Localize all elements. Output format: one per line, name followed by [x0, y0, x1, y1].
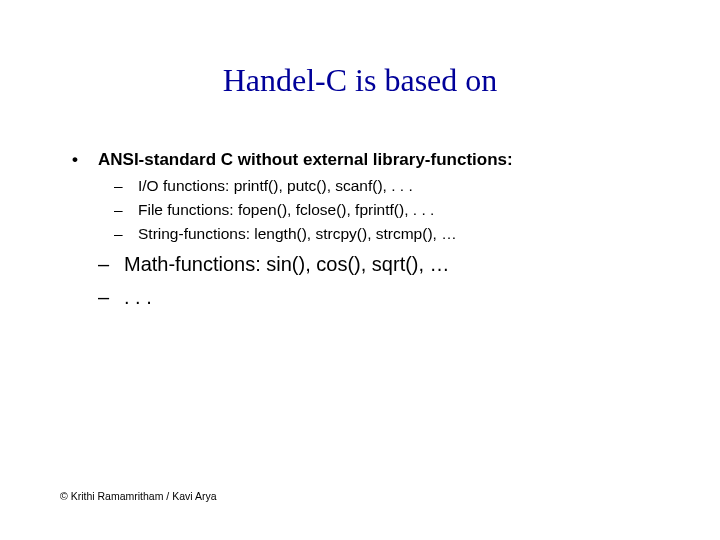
bullet-level2: – String-functions: length(), strcpy(), …: [114, 224, 660, 245]
bullet-level2-large-text: Math-functions: sin(), cos(), sqrt(), …: [124, 251, 450, 278]
dash-icon: –: [114, 200, 138, 221]
bullet-dot-icon: •: [72, 150, 98, 170]
dash-icon: –: [98, 251, 124, 278]
bullet-level2-text: I/O functions: printf(), putc(), scanf()…: [138, 176, 413, 197]
bullet-level2-text: String-functions: length(), strcpy(), st…: [138, 224, 457, 245]
bullet-level2-large-text: . . .: [124, 284, 152, 311]
dash-icon: –: [98, 284, 124, 311]
dash-icon: –: [114, 176, 138, 197]
slide: Handel-C is based on • ANSI-standard C w…: [0, 0, 720, 540]
bullet-level2-text: File functions: fopen(), fclose(), fprin…: [138, 200, 434, 221]
slide-body: • ANSI-standard C without external libra…: [72, 150, 660, 315]
bullet-level1: • ANSI-standard C without external libra…: [72, 150, 660, 170]
bullet-level2: – I/O functions: printf(), putc(), scanf…: [114, 176, 660, 197]
bullet-level1-text: ANSI-standard C without external library…: [98, 150, 513, 170]
dash-icon: –: [114, 224, 138, 245]
bullet-level2: – File functions: fopen(), fclose(), fpr…: [114, 200, 660, 221]
bullet-level2-large: – . . .: [98, 284, 660, 311]
bullet-level2-large: – Math-functions: sin(), cos(), sqrt(), …: [98, 251, 660, 278]
slide-title: Handel-C is based on: [0, 62, 720, 99]
slide-footer: © Krithi Ramamritham / Kavi Arya: [60, 490, 217, 502]
